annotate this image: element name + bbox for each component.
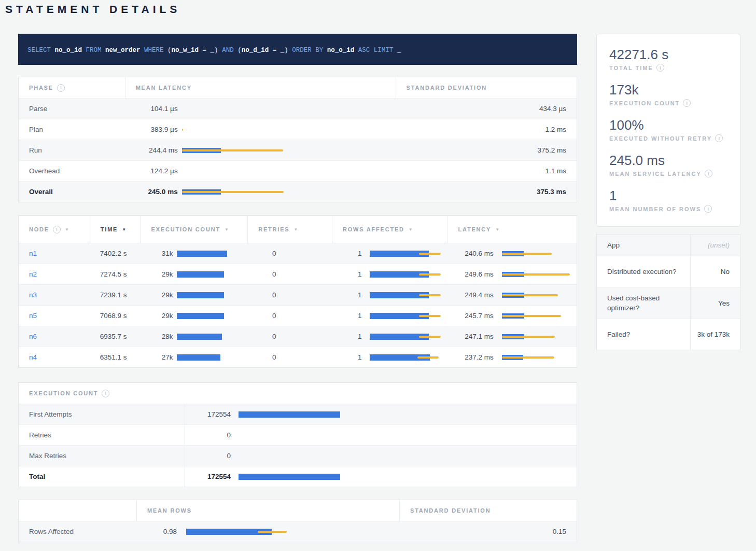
rows-affected-bar — [370, 251, 442, 257]
mean-latency-value: 124.2 µs — [135, 167, 178, 175]
latency-bar — [182, 106, 286, 112]
sort-arrow-icon: ▼ — [293, 227, 298, 232]
mean-latency-value: 104.1 µs — [135, 105, 178, 113]
info-icon[interactable]: i — [656, 64, 664, 72]
info-icon[interactable]: i — [53, 226, 61, 233]
execution-count-bar — [177, 313, 229, 319]
sql-token: ASC LIMIT — [358, 47, 397, 54]
stat-executed-without-retry: 100% Executed Without Retryi — [609, 117, 727, 142]
column-header-label: Time — [101, 226, 118, 232]
sql-token: ( — [237, 47, 242, 54]
node-stats-table: Node i ▼ Time▼ Execution Count▼ Retries▼… — [18, 215, 577, 368]
mean-latency-value: 383.9 µs — [135, 126, 178, 133]
sql-token: no_w_id — [172, 47, 199, 54]
retries-value: 0 — [247, 353, 332, 361]
stat-label-text: Total Time — [609, 65, 653, 71]
column-header-execution-count[interactable]: Execution Count▼ — [141, 216, 248, 243]
row-label: Total — [19, 473, 185, 480]
column-header-node[interactable]: Node i ▼ — [19, 226, 90, 233]
stddev-value: 1.1 ms — [396, 167, 577, 175]
count-value: 0 — [189, 452, 231, 460]
info-icon[interactable]: i — [705, 170, 712, 177]
rows-affected-value: 1 — [336, 291, 362, 299]
info-icon[interactable]: i — [102, 390, 109, 397]
sql-token: AND — [222, 47, 237, 54]
rows-affected-bar — [370, 313, 442, 319]
latency-bar — [182, 168, 286, 174]
latency-bar — [502, 251, 577, 257]
detail-row-app: App (unset) — [597, 235, 740, 256]
info-icon[interactable]: i — [57, 84, 65, 92]
summary-stats-card: 42271.6 s Total Timei 173k Execution Cou… — [596, 34, 740, 227]
detail-row-cost-based-optimizer: Used cost-based optimizer? Yes — [597, 287, 740, 319]
column-header-mean-rows: Mean Rows — [136, 500, 399, 521]
latency-value: 249.4 ms — [451, 291, 494, 299]
mean-latency-value: 244.4 ms — [135, 146, 178, 154]
column-header-label: Rows Affected — [343, 226, 404, 232]
time-value: 7239.1 s — [90, 291, 141, 299]
column-header-retries[interactable]: Retries▼ — [247, 216, 332, 243]
info-icon[interactable]: i — [704, 205, 712, 213]
detail-label: Distributed execution? — [597, 256, 690, 287]
stat-execution-count: 173k Execution Counti — [609, 82, 727, 107]
stat-value: 42271.6 s — [609, 47, 727, 62]
rows-affected-value: 1 — [336, 270, 362, 278]
column-header-phase: Phase i — [19, 84, 125, 92]
row-label: First Attempts — [19, 410, 185, 418]
detail-label: Failed? — [597, 319, 690, 350]
sql-token: no_o_id — [55, 47, 86, 54]
count-value: 172554 — [189, 473, 231, 480]
node-link[interactable]: n4 — [29, 353, 37, 361]
sort-arrow-icon: ▼ — [65, 227, 69, 232]
rows-affected-bar — [370, 271, 442, 278]
column-header-label: Mean Rows — [147, 507, 192, 514]
sql-token: = _) — [269, 47, 292, 54]
retries-value: 0 — [247, 270, 332, 278]
node-link[interactable]: n3 — [29, 291, 37, 299]
sql-token: ( — [167, 47, 172, 54]
mean-rows-bar — [186, 529, 290, 535]
stat-mean-service-latency: 245.0 ms Mean Service Latencyi — [609, 153, 727, 177]
phase-latency-table: Phase i Mean Latency Standard Deviation … — [18, 77, 577, 202]
execution-count-value: 29k — [144, 291, 173, 299]
sql-token: new_order — [105, 47, 144, 54]
info-icon[interactable]: i — [715, 134, 723, 142]
retries-value: 0 — [247, 291, 332, 299]
latency-bar — [502, 334, 577, 340]
column-header-label: Node — [29, 226, 49, 232]
stat-label: Execution Counti — [609, 99, 727, 107]
column-header-label: Standard Deviation — [407, 85, 487, 91]
page-title: STATEMENT DETAILS — [5, 3, 180, 16]
table-row-retries: Retries 0 — [19, 424, 577, 445]
node-link[interactable]: n2 — [29, 270, 37, 278]
table-row-plan: Plan 383.9 µs 1.2 ms — [19, 119, 577, 140]
node-row: n3 7239.1 s 29k 0 1 249.4 ms — [19, 284, 577, 305]
info-icon[interactable]: i — [683, 99, 691, 107]
rows-affected-table: Mean Rows Standard Deviation Rows Affect… — [18, 500, 577, 542]
latency-value: 237.2 ms — [451, 353, 494, 361]
row-label: Rows Affected — [19, 528, 136, 535]
phase-label: Overhead — [19, 167, 125, 175]
sort-arrow-icon: ▼ — [409, 227, 413, 232]
node-link[interactable]: n6 — [29, 333, 37, 340]
count-value: 0 — [189, 431, 231, 439]
stddev-value: 0.15 — [399, 528, 577, 535]
phase-label: Plan — [19, 126, 125, 133]
column-header-latency[interactable]: Latency▼ — [447, 216, 577, 243]
latency-bar — [182, 147, 286, 154]
node-link[interactable]: n5 — [29, 312, 37, 320]
column-header-time[interactable]: Time▼ — [90, 216, 141, 243]
node-row: n4 6351.1 s 27k 0 1 237.2 ms — [19, 347, 577, 367]
row-label: Max Retries — [19, 452, 185, 460]
execution-count-value: 27k — [144, 353, 173, 361]
column-header-label: Execution Count — [151, 226, 220, 232]
section-title-label: Execution Count — [29, 390, 98, 396]
node-link[interactable]: n1 — [29, 250, 37, 257]
column-header-label: Mean Latency — [136, 85, 192, 91]
sort-arrow-icon: ▼ — [122, 227, 126, 232]
latency-value: 247.1 ms — [451, 333, 494, 340]
column-header-rows-affected[interactable]: Rows Affected▼ — [332, 216, 447, 243]
column-header-label: Retries — [258, 226, 289, 232]
stat-value: 1 — [609, 188, 727, 203]
stat-label-text: Execution Count — [609, 100, 680, 106]
